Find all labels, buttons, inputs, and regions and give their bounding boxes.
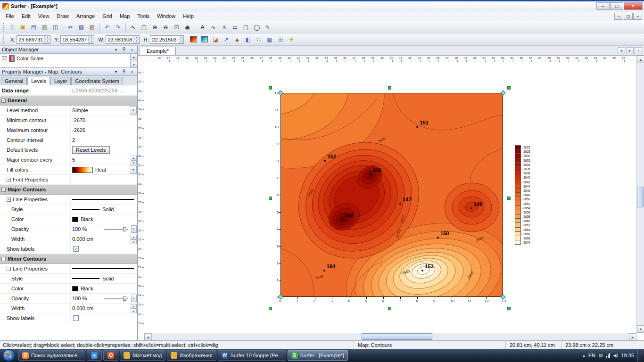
- h-spinner[interactable]: ▲▼: [178, 36, 183, 43]
- prop-row-width[interactable]: Width0.000 cm▲▼: [0, 304, 137, 313]
- tab-layer[interactable]: Layer: [50, 77, 71, 85]
- taskbar-поиск-аудиозаписе[interactable]: OПоиск аудиозаписе...: [18, 350, 85, 361]
- y-spinner[interactable]: ▲▼: [88, 36, 94, 43]
- dropdown-icon[interactable]: ▾: [130, 165, 137, 174]
- scroll-up-icon[interactable]: ▲: [131, 54, 137, 59]
- panel-close-icon[interactable]: ×: [129, 69, 135, 75]
- titlebar[interactable]: Surfer - [Example*] ─ ▢ ×: [0, 1, 644, 11]
- prop-row-major-contour-every[interactable]: Major contour every5▲▼: [0, 155, 137, 165]
- symbol-icon[interactable]: ✳: [219, 22, 229, 32]
- taskbar-изображения[interactable]: Изображения: [167, 350, 216, 361]
- tree-item-color-scale[interactable]: ✓ Color Scale: [2, 55, 43, 62]
- prop-row-width[interactable]: Width0.000 cm▲▼: [0, 234, 137, 244]
- x-spinner[interactable]: ▲▼: [44, 36, 50, 43]
- mdi-minimize-button[interactable]: ─: [614, 13, 623, 20]
- shaded-relief-map-icon[interactable]: ◪: [210, 34, 220, 44]
- selection-handle[interactable]: [507, 86, 511, 90]
- collapse-icon[interactable]: −: [1, 99, 6, 103]
- taskbar-мат-мет-мод[interactable]: Мат.мет.мод: [120, 350, 165, 361]
- ellipse-icon[interactable]: ◯: [252, 22, 262, 32]
- menu-tools[interactable]: Tools: [133, 12, 153, 20]
- prop-row-font-properties[interactable]: +Font Properties: [0, 175, 137, 185]
- select-icon[interactable]: ↖: [128, 22, 138, 32]
- selection-handle[interactable]: [507, 197, 511, 200]
- color-scale-legend[interactable]: -2626-2628-2630-2632-2634-2636-2638-2640…: [515, 145, 548, 245]
- print-preview-icon[interactable]: ◫: [50, 22, 60, 32]
- show-labels-checkbox[interactable]: [73, 315, 79, 321]
- brightness-icon[interactable]: ✳: [286, 34, 296, 44]
- selection-handle[interactable]: [388, 86, 391, 90]
- horizontal-scrollbar[interactable]: ◄ ►: [144, 333, 636, 340]
- selection-handle[interactable]: [388, 307, 391, 310]
- rounded-rectangle-icon[interactable]: ▢: [241, 22, 251, 32]
- zoom-full-icon[interactable]: ◉: [182, 22, 192, 32]
- reshape-icon[interactable]: ✎: [263, 22, 272, 32]
- mdi-restore-button[interactable]: ▢: [624, 13, 633, 20]
- close-button[interactable]: ×: [624, 2, 643, 10]
- post-map-icon[interactable]: ∷: [254, 34, 264, 44]
- block-select-icon[interactable]: ▢: [139, 22, 149, 32]
- h-field[interactable]: 22.251503▲▼: [150, 35, 184, 44]
- prop-row-opacity[interactable]: Opacity100 %‖: [0, 294, 137, 304]
- spinner[interactable]: ▲▼: [131, 304, 137, 313]
- dropdown-icon[interactable]: ▾: [130, 106, 137, 115]
- mdi-close-button[interactable]: ×: [633, 13, 642, 20]
- paste-icon[interactable]: ▨: [87, 22, 97, 32]
- pin-icon[interactable]: [121, 69, 127, 75]
- opacity-slider[interactable]: [104, 227, 128, 232]
- toolbar-grip[interactable]: [3, 23, 5, 32]
- pin-icon[interactable]: [121, 47, 127, 53]
- show-desktop-button[interactable]: [637, 349, 641, 362]
- selection-handle[interactable]: [269, 86, 272, 90]
- menu-grid[interactable]: Grid: [99, 12, 116, 20]
- spinner[interactable]: ▲▼: [131, 156, 137, 164]
- scroll-left-icon[interactable]: ◄: [144, 333, 152, 341]
- grid-editor-icon[interactable]: ⊞: [275, 34, 285, 44]
- panel-menu-icon[interactable]: ▾: [113, 47, 119, 53]
- taskbar-browser-icon[interactable]: O: [103, 350, 118, 361]
- image-map-icon[interactable]: [199, 34, 209, 44]
- contour-map-object[interactable]: [281, 93, 503, 297]
- object-manager-header[interactable]: Object Manager ▾ ×: [0, 46, 137, 54]
- panel-menu-icon[interactable]: ▾: [113, 69, 119, 75]
- prop-row-contour-interval[interactable]: Contour interval2: [0, 135, 137, 145]
- collapse-icon[interactable]: −: [1, 188, 6, 192]
- scroll-right-icon[interactable]: ►: [629, 333, 636, 341]
- surface-icon[interactable]: ◧: [243, 34, 253, 44]
- vertical-scroll-thumb[interactable]: [637, 187, 644, 207]
- cut-icon[interactable]: ✂: [66, 22, 75, 32]
- zoom-in-icon[interactable]: ⊕: [150, 22, 160, 32]
- prop-row-fill-colors[interactable]: Fill colorsHeat▾: [0, 165, 137, 175]
- show-labels-checkbox[interactable]: ✓: [73, 246, 79, 252]
- collapse-icon[interactable]: −: [1, 257, 6, 261]
- collapse-icon[interactable]: −: [7, 267, 11, 271]
- prop-row-style[interactable]: StyleSolid: [0, 274, 137, 284]
- tab-scroll-right-icon[interactable]: ►: [626, 47, 634, 54]
- base-map-icon[interactable]: ▦: [264, 34, 274, 44]
- vertical-scrollbar[interactable]: ▲ ▼: [636, 56, 644, 333]
- prop-category-minor-contours[interactable]: −Minor Contours: [0, 254, 137, 264]
- selection-handle[interactable]: [269, 307, 272, 310]
- polyline-icon[interactable]: ∿: [208, 22, 218, 32]
- prop-row-style[interactable]: StyleSolid: [0, 205, 137, 214]
- panel-close-icon[interactable]: ×: [129, 47, 135, 53]
- collapse-icon[interactable]: −: [7, 197, 11, 202]
- prop-row-opacity[interactable]: Opacity100 %‖: [0, 224, 137, 234]
- prop-category-major-contours[interactable]: −Major Contours: [0, 185, 137, 195]
- minimize-button[interactable]: ─: [596, 2, 610, 10]
- menu-help[interactable]: Help: [179, 12, 198, 20]
- tab-scroll-left-icon[interactable]: ◄: [618, 47, 625, 54]
- contour-map-icon[interactable]: [189, 34, 198, 44]
- open-icon[interactable]: ▣: [18, 22, 28, 32]
- copy-icon[interactable]: ▧: [76, 22, 86, 32]
- prop-row-show-labels[interactable]: Show labels✓: [0, 244, 137, 254]
- prop-row-line-properties[interactable]: −Line Properties: [0, 195, 137, 205]
- network-icon[interactable]: [606, 353, 610, 358]
- action-center-icon[interactable]: ▤: [599, 353, 603, 358]
- language-indicator[interactable]: EN: [588, 353, 595, 358]
- wireframe-icon[interactable]: ▲: [232, 34, 242, 44]
- tab-levels[interactable]: Levels: [27, 77, 50, 85]
- rectangle-icon[interactable]: ▭: [230, 22, 240, 32]
- prop-row-default-levels[interactable]: Default levelsReset Levels: [0, 145, 137, 155]
- scroll-down-icon[interactable]: ▼: [131, 62, 137, 67]
